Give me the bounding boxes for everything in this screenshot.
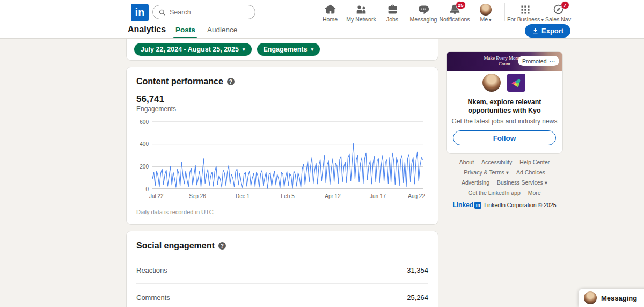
svg-text:Dec 1: Dec 1 xyxy=(236,193,250,199)
row-value: 25,264 xyxy=(407,294,428,302)
nav-messaging[interactable]: Messaging xyxy=(408,1,439,23)
copyright-text: LinkedIn Corporation © 2025 xyxy=(484,202,556,208)
nav-home[interactable]: Home xyxy=(314,1,346,23)
nav-my-network[interactable]: My Network xyxy=(346,1,377,23)
footer-link-help-center[interactable]: Help Center xyxy=(519,159,550,165)
svg-text:Apr 12: Apr 12 xyxy=(325,193,341,199)
ad-banner-image: Make Every Moment Count Promoted ⋯ xyxy=(447,52,562,71)
row-label: Comments xyxy=(136,294,170,302)
footer-link-ad-choices[interactable]: Ad Choices xyxy=(516,169,545,176)
active-tab-underline xyxy=(173,37,197,38)
nav-divider xyxy=(504,3,505,21)
nav-label: Jobs xyxy=(386,16,398,23)
metric-label: Engagements xyxy=(264,46,308,53)
svg-text:400: 400 xyxy=(140,141,149,147)
linkedin-logo[interactable]: in xyxy=(131,4,149,21)
messaging-avatar xyxy=(584,291,597,304)
search-input[interactable] xyxy=(170,9,245,16)
ad-avatars xyxy=(447,71,562,94)
nav-label: Me▾ xyxy=(480,16,491,23)
global-nav: Home My Network Jobs Messaging 25 Notifi… xyxy=(314,1,574,23)
tab-posts[interactable]: Posts xyxy=(175,26,195,34)
promoted-label: Promoted xyxy=(522,58,547,64)
nav-label: Notifications xyxy=(439,16,470,23)
promoted-ad-card: Make Every Moment Count Promoted ⋯ Nkem,… xyxy=(447,52,562,154)
engagements-total: 56,741 xyxy=(136,94,164,105)
footer-link-advertising[interactable]: Advertising xyxy=(462,179,489,186)
nav-label: Messaging xyxy=(410,16,437,23)
jobs-icon xyxy=(387,3,398,16)
nav-me[interactable]: Me▾ xyxy=(470,1,501,23)
kyo-logo-icon xyxy=(511,78,521,87)
engagements-chart-container: 0200400600Jul 22Sep 26Dec 1Feb 5Apr 12Ju… xyxy=(132,116,428,204)
notifications-bell-icon: 25 xyxy=(449,3,460,16)
svg-text:0: 0 xyxy=(145,186,149,192)
nav-label: My Network xyxy=(346,16,376,23)
content-performance-card: Content performance ? 56,741 Engagements… xyxy=(127,67,438,224)
svg-text:Jul 22: Jul 22 xyxy=(149,193,164,199)
header: in Home My Network Jobs Messaging 25 Not… xyxy=(0,0,644,39)
svg-text:600: 600 xyxy=(140,119,149,125)
me-avatar xyxy=(480,3,492,16)
row-label: Reactions xyxy=(136,266,167,274)
apps-grid-icon xyxy=(520,3,531,16)
date-range-label: July 22, 2024 - August 25, 2025 xyxy=(141,46,239,53)
table-row-comments: Comments 25,264 xyxy=(136,284,428,307)
svg-text:Aug 22: Aug 22 xyxy=(408,193,425,199)
my-network-icon xyxy=(355,3,367,16)
page-title: Analytics xyxy=(128,25,166,34)
table-row-reactions: Reactions 31,354 xyxy=(136,257,428,284)
date-range-filter-button[interactable]: July 22, 2024 - August 25, 2025 ▾ xyxy=(134,43,252,56)
nav-label: Sales Nav xyxy=(545,16,571,23)
metric-filter-button[interactable]: Engagements ▾ xyxy=(257,43,320,56)
notifications-badge: 25 xyxy=(456,1,466,9)
sales-nav-badge: 7 xyxy=(561,1,569,9)
nav-jobs[interactable]: Jobs xyxy=(377,1,408,23)
footer-link-privacy-terms[interactable]: Privacy & Terms ▾ xyxy=(464,169,509,176)
linkedin-wordmark: Linked xyxy=(452,201,473,209)
home-icon xyxy=(325,3,336,16)
nav-for-business[interactable]: For Business▾ xyxy=(508,1,543,23)
svg-text:Feb 5: Feb 5 xyxy=(281,193,295,199)
search-bar[interactable] xyxy=(152,5,255,19)
content-performance-title: Content performance ? xyxy=(136,77,235,86)
help-icon[interactable]: ? xyxy=(218,242,226,250)
messaging-icon xyxy=(418,3,429,16)
footer: About Accessibility Help Center Privacy … xyxy=(447,159,562,209)
messaging-widget-label: Messaging xyxy=(601,294,637,302)
footer-link-about[interactable]: About xyxy=(459,159,474,165)
follow-button[interactable]: Follow xyxy=(453,130,556,145)
search-icon xyxy=(158,9,166,16)
sales-nav-compass-icon: 7 xyxy=(553,3,564,16)
promoted-pill[interactable]: Promoted ⋯ xyxy=(518,56,559,66)
svg-text:Jun 17: Jun 17 xyxy=(370,193,386,199)
row-value: 31,354 xyxy=(407,266,428,274)
social-engagement-title: Social engagement ? xyxy=(136,241,226,251)
chevron-down-icon: ▾ xyxy=(243,47,245,52)
svg-text:200: 200 xyxy=(140,164,149,170)
engagements-chart: 0200400600Jul 22Sep 26Dec 1Feb 5Apr 12Ju… xyxy=(132,116,428,202)
export-button[interactable]: Export xyxy=(525,24,570,38)
nav-notifications[interactable]: 25 Notifications xyxy=(439,1,470,23)
download-icon xyxy=(532,27,539,34)
linkedin-logo-small: in xyxy=(474,202,481,209)
nav-label: For Business▾ xyxy=(507,16,544,23)
tab-audience[interactable]: Audience xyxy=(207,26,237,34)
export-label: Export xyxy=(541,27,564,35)
advertiser-logo[interactable] xyxy=(506,72,526,93)
ad-subtext: Get the latest jobs and industry news xyxy=(447,118,562,125)
member-avatar xyxy=(482,74,501,92)
footer-link-more[interactable]: More xyxy=(528,189,541,196)
messaging-widget[interactable]: Messaging xyxy=(579,289,644,307)
overflow-menu-icon[interactable]: ⋯ xyxy=(550,58,555,64)
nav-sales-nav[interactable]: 7 Sales Nav xyxy=(543,1,574,23)
svg-text:Sep 26: Sep 26 xyxy=(189,193,206,199)
footer-link-accessibility[interactable]: Accessibility xyxy=(481,159,512,165)
help-icon[interactable]: ? xyxy=(227,78,235,85)
footer-link-business-services[interactable]: Business Services ▾ xyxy=(497,179,547,186)
chart-footnote: Daily data is recorded in UTC xyxy=(136,209,214,215)
engagements-total-label: Engagements xyxy=(136,105,176,113)
chevron-down-icon: ▾ xyxy=(311,47,313,52)
nav-label: Home xyxy=(323,16,338,23)
footer-link-get-app[interactable]: Get the LinkedIn app xyxy=(468,189,521,196)
